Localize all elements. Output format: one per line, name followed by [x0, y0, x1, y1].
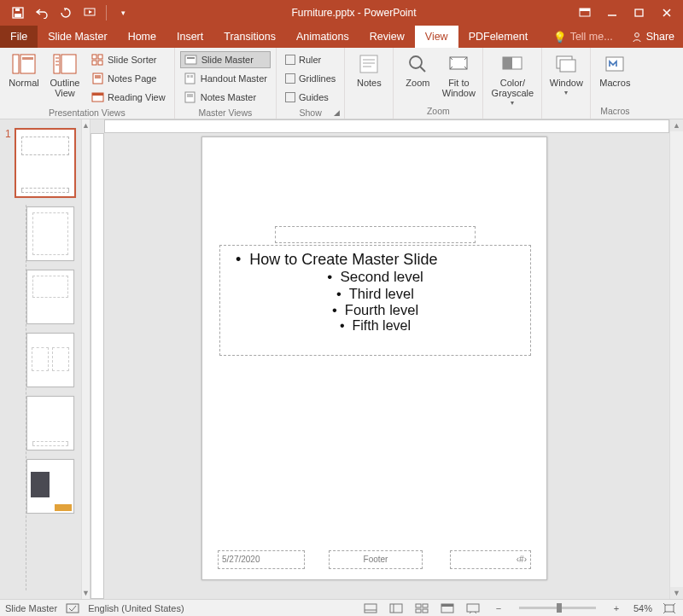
normal-view-label: Normal	[9, 78, 38, 88]
thumbnail-scrollbar[interactable]: ▲ ▼	[81, 119, 90, 599]
fit-to-window-button[interactable]: Fit to Window	[440, 49, 477, 98]
undo-icon[interactable]	[34, 5, 50, 20]
tab-view[interactable]: View	[415, 26, 458, 48]
checkbox-icon	[285, 73, 295, 84]
tell-me-label: Tell me...	[570, 31, 613, 43]
notes-page-button[interactable]: Notes Page	[87, 70, 169, 87]
slide-number-placeholder[interactable]: ‹#›	[450, 550, 531, 569]
slide-master-button[interactable]: Slide Master	[180, 51, 271, 68]
zoom-button[interactable]: Zoom	[399, 49, 436, 88]
share-button[interactable]: Share	[623, 26, 683, 48]
start-from-beginning-icon[interactable]	[82, 5, 97, 20]
slide-canvas-area: ▲ ▼ • How to Create Master Slide • Secon…	[90, 119, 683, 599]
gridlines-checkbox[interactable]: Gridlines	[282, 70, 339, 87]
window-label: Window	[550, 78, 583, 88]
layout-thumbnail-3[interactable]	[26, 333, 74, 387]
body-placeholder[interactable]: • How to Create Master Slide • Second le…	[219, 245, 531, 356]
status-mode: Slide Master	[5, 603, 57, 613]
notes-icon	[356, 51, 382, 77]
master-number: 1	[5, 128, 11, 140]
notes-page-label: Notes Page	[108, 73, 156, 84]
layout-thumbnail-1[interactable]	[26, 206, 74, 261]
zoom-slider[interactable]	[519, 607, 596, 609]
guides-checkbox[interactable]: Guides	[282, 89, 339, 106]
scroll-up-icon[interactable]: ▲	[82, 119, 90, 131]
svg-rect-1	[15, 14, 21, 17]
layout-thumbnail-5[interactable]	[26, 459, 74, 514]
handout-master-button[interactable]: Handout Master	[180, 70, 271, 87]
spellcheck-icon[interactable]	[66, 603, 79, 613]
bullet-level-3: • Third level	[227, 286, 523, 302]
scroll-up-icon[interactable]: ▲	[670, 119, 683, 131]
tab-transitions[interactable]: Transitions	[213, 26, 286, 48]
slide-master-label: Slide Master	[201, 55, 254, 65]
notes-button[interactable]: Notes	[350, 49, 388, 88]
group-master-views: Slide Master Handout Master Notes Master…	[175, 48, 277, 119]
zoom-out-button[interactable]: −	[490, 602, 507, 614]
tab-pdfelement[interactable]: PDFelement	[458, 26, 538, 48]
status-language[interactable]: English (United States)	[88, 603, 184, 613]
normal-view-status-icon[interactable]	[388, 602, 405, 614]
svg-rect-52	[423, 609, 428, 613]
group-zoom: Zoom Fit to Window Zoom	[394, 48, 483, 119]
master-thumbnail[interactable]	[15, 128, 76, 198]
notes-master-button[interactable]: Notes Master	[180, 89, 271, 106]
notes-pane-toggle-icon[interactable]	[362, 602, 379, 614]
date-placeholder[interactable]: 5/27/2020	[218, 550, 305, 569]
scroll-down-icon[interactable]: ▼	[82, 587, 90, 599]
reading-view-button[interactable]: Reading View	[87, 89, 169, 106]
close-icon[interactable]	[659, 5, 674, 20]
redo-icon[interactable]	[58, 5, 73, 20]
svg-rect-13	[61, 55, 76, 73]
tab-slide-master[interactable]: Slide Master	[38, 26, 117, 48]
tab-animations[interactable]: Animations	[286, 26, 359, 48]
gridlines-label: Gridlines	[299, 73, 336, 84]
ruler-checkbox[interactable]: Ruler	[282, 51, 339, 68]
save-icon[interactable]	[10, 5, 26, 20]
footer-placeholder[interactable]: Footer	[329, 550, 423, 569]
qat-separator	[106, 5, 107, 20]
normal-view-button[interactable]: Normal	[5, 49, 43, 88]
maximize-icon[interactable]	[632, 5, 647, 20]
title-placeholder[interactable]	[275, 226, 476, 243]
reading-view-status-icon[interactable]	[439, 602, 456, 614]
tab-file[interactable]: File	[0, 26, 38, 48]
group-macros: Macros Macros	[591, 48, 639, 119]
svg-rect-42	[560, 60, 575, 72]
svg-rect-40	[503, 57, 512, 69]
share-icon	[632, 32, 643, 43]
show-dialog-launcher[interactable]: ◢	[331, 108, 342, 118]
slide-sorter-status-icon[interactable]	[413, 602, 430, 614]
svg-rect-50	[423, 604, 428, 607]
slide-master-canvas[interactable]: • How to Create Master Slide • Second le…	[201, 137, 547, 580]
zoom-label: Zoom	[406, 78, 429, 88]
zoom-in-button[interactable]: +	[608, 602, 625, 614]
window-icon	[553, 51, 579, 77]
horizontal-ruler	[104, 119, 669, 133]
window-button[interactable]: Window ▾	[547, 49, 585, 96]
vertical-scrollbar[interactable]: ▲ ▼	[669, 119, 683, 599]
minimize-icon[interactable]	[604, 5, 620, 20]
tab-home[interactable]: Home	[118, 26, 166, 48]
color-grayscale-button[interactable]: Color/ Grayscale ▾	[488, 49, 536, 107]
layout-thumbnail-4[interactable]	[26, 396, 74, 450]
macros-label: Macros	[599, 78, 630, 88]
macros-button[interactable]: Macros	[596, 49, 633, 88]
svg-rect-38	[450, 57, 467, 69]
qat-customize-icon[interactable]: ▾	[115, 5, 131, 20]
tab-review[interactable]: Review	[359, 26, 415, 48]
outline-view-button[interactable]: Outline View	[46, 49, 84, 98]
fit-to-window-label: Fit to Window	[442, 78, 476, 98]
tab-insert[interactable]: Insert	[166, 26, 213, 48]
scroll-down-icon[interactable]: ▼	[670, 587, 683, 599]
slide-sorter-button[interactable]: Slide Sorter	[87, 51, 169, 68]
zoom-level[interactable]: 54%	[633, 603, 652, 613]
group-label-notes-empty	[345, 106, 393, 119]
tell-me-search[interactable]: 💡 Tell me...	[543, 26, 623, 48]
layout-thumbnail-2[interactable]	[26, 270, 74, 324]
slideshow-status-icon[interactable]	[464, 602, 482, 614]
fit-to-window-status-icon[interactable]	[661, 602, 678, 614]
ribbon-display-options-icon[interactable]	[577, 5, 593, 20]
outline-view-label: Outline View	[50, 78, 80, 98]
group-show: Ruler Gridlines Guides Show ◢	[277, 48, 345, 119]
